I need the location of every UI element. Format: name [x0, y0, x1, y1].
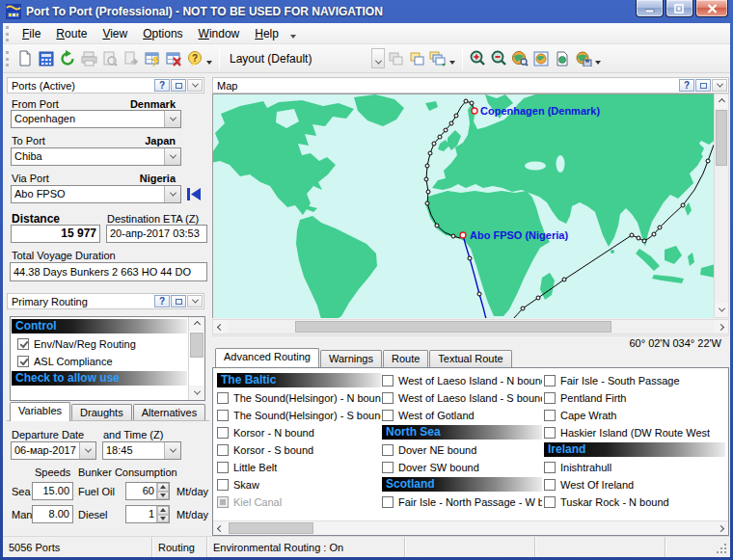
map-collapse-icon[interactable]	[695, 79, 711, 92]
primary-collapse-icon[interactable]	[171, 295, 186, 307]
map-tools-dropdown-icon[interactable]	[595, 61, 601, 65]
checkbox-korsor-n-bound[interactable]	[217, 427, 229, 439]
zoom-in-icon[interactable]	[467, 48, 488, 69]
sea-speed-field[interactable]: 15.00	[32, 482, 73, 500]
restore-button[interactable]	[665, 0, 693, 17]
checkbox-inishtrahull[interactable]	[544, 462, 556, 473]
diesel-up-icon[interactable]	[157, 506, 169, 515]
map-canvas[interactable]: Copenhagen (Denmark) Abo FPSO (Nigeria)	[212, 93, 714, 318]
via-port-dropdown-icon[interactable]	[164, 186, 180, 202]
map-scroll-left-icon[interactable]	[213, 320, 228, 333]
map-help-icon[interactable]: ?	[679, 79, 694, 92]
menubar-grip[interactable]	[6, 26, 11, 41]
map-scroll-down-icon[interactable]	[715, 303, 728, 317]
map-scroll-up-icon[interactable]	[715, 94, 728, 109]
primary-scrollbar[interactable]	[188, 317, 204, 400]
new-route-icon[interactable]	[14, 48, 36, 69]
checkbox-laeso-n-bound[interactable]	[382, 375, 394, 387]
checkbox-sound-n-bound[interactable]	[217, 392, 229, 404]
export-icon[interactable]	[121, 48, 142, 69]
checkbox-tuskar-rock[interactable]	[544, 496, 556, 508]
tab-variables[interactable]: Variables	[10, 402, 70, 421]
primary-help-icon[interactable]: ?	[154, 295, 170, 307]
fit-world-icon[interactable]	[530, 48, 552, 69]
save-map-icon[interactable]	[573, 48, 594, 69]
minimize-button[interactable]	[636, 0, 664, 17]
checkbox-dover-ne-bound[interactable]	[382, 444, 394, 456]
menu-view[interactable]: View	[95, 24, 135, 43]
map-hscroll-thumb[interactable]	[295, 321, 611, 333]
window-group-dropdown-icon[interactable]	[449, 61, 455, 65]
via-port-combobox[interactable]: Abo FPSO	[11, 185, 181, 203]
tab-draughts[interactable]: Draughts	[71, 404, 132, 421]
routing-horizontal-scrollbar[interactable]	[213, 520, 728, 535]
map-document-icon[interactable]	[552, 48, 573, 69]
delete-grid-icon[interactable]	[163, 48, 184, 69]
toolbar-grip[interactable]	[6, 51, 11, 67]
duration-field[interactable]: 44.38 Days Bunkers 2 663 HO 44 DO	[10, 262, 207, 281]
checkbox-haskier-island[interactable]	[544, 427, 556, 439]
eta-field[interactable]: 20-апр-2017 03:53	[106, 225, 207, 243]
checkbox-sound-s-bound[interactable]	[217, 410, 229, 421]
scroll-down-icon[interactable]	[189, 386, 204, 400]
map-horizontal-scrollbar[interactable]	[212, 319, 729, 334]
from-port-dropdown-icon[interactable]	[164, 111, 180, 127]
departure-date-combobox[interactable]: 06-мар-2017	[11, 441, 96, 460]
reset-icon[interactable]	[57, 48, 78, 69]
fuel-oil-up-icon[interactable]	[157, 483, 169, 492]
toolbar-dropdown-icon[interactable]	[206, 61, 212, 65]
tab-warnings[interactable]: Warnings	[320, 350, 382, 367]
fuel-oil-stepper[interactable]: 60	[125, 482, 170, 500]
fuel-oil-down-icon[interactable]	[157, 492, 169, 500]
cascade-windows-icon[interactable]	[427, 48, 448, 69]
checkbox-west-of-ireland[interactable]	[544, 479, 556, 491]
checkbox-dover-sw-bound[interactable]	[382, 462, 394, 473]
menu-file[interactable]: File	[14, 24, 48, 43]
map-vertical-scrollbar[interactable]	[714, 93, 729, 318]
man-speed-field[interactable]: 8.00	[32, 505, 73, 523]
checkbox-korsor-s-bound[interactable]	[217, 444, 229, 456]
via-port-marker[interactable]	[460, 232, 466, 238]
map-vscroll-thumb[interactable]	[716, 110, 727, 166]
print-icon[interactable]	[78, 48, 99, 69]
primary-menu-icon[interactable]	[187, 295, 203, 307]
ports-menu-icon[interactable]	[187, 79, 203, 92]
diesel-down-icon[interactable]	[157, 515, 169, 523]
tab-textual-route[interactable]: Textual Route	[429, 350, 511, 367]
layout-selector-label[interactable]: Layout (Default)	[224, 52, 319, 66]
diesel-stepper[interactable]: 1	[125, 505, 170, 523]
paste-layout-icon[interactable]	[385, 48, 406, 69]
menu-overflow-icon[interactable]	[290, 35, 296, 39]
checkbox-pentland-firth[interactable]	[544, 392, 556, 404]
map-menu-icon[interactable]	[712, 79, 727, 92]
to-port-dropdown-icon[interactable]	[164, 148, 180, 165]
tab-alternatives[interactable]: Alternatives	[133, 404, 205, 421]
zoom-out-icon[interactable]	[488, 48, 509, 69]
checkbox-little-belt[interactable]	[217, 462, 229, 473]
checkbox-cape-wrath[interactable]	[544, 410, 556, 421]
menu-help[interactable]: Help	[247, 24, 286, 43]
checkbox-env-nav-reg[interactable]	[17, 338, 29, 350]
routing-scroll-right-icon[interactable]	[714, 521, 728, 535]
edit-grid-icon[interactable]	[142, 48, 163, 69]
tab-advanced-routing[interactable]: Advanced Routing	[215, 348, 319, 367]
layout-dropdown-button[interactable]	[371, 48, 385, 68]
scroll-up-icon[interactable]	[189, 317, 204, 332]
close-button[interactable]	[695, 0, 728, 17]
distance-field[interactable]: 15 977	[11, 225, 100, 243]
copy-window-icon[interactable]	[406, 48, 427, 69]
map-scroll-right-icon[interactable]	[714, 320, 728, 333]
routing-scroll-left-icon[interactable]	[213, 521, 228, 535]
to-port-combobox[interactable]: Chiba	[11, 147, 181, 166]
departure-time-dropdown-icon[interactable]	[164, 442, 180, 459]
print-preview-icon[interactable]	[99, 48, 121, 69]
checkbox-fair-isle-south-passage[interactable]	[544, 375, 556, 387]
calculate-icon[interactable]	[36, 48, 57, 69]
checkbox-west-of-gotland[interactable]	[382, 410, 394, 421]
checkbox-skaw[interactable]	[217, 479, 229, 491]
checkbox-laeso-s-bound[interactable]	[382, 392, 394, 404]
ports-help-icon[interactable]: ?	[154, 79, 170, 92]
help-icon[interactable]: ?	[184, 48, 205, 69]
routing-hscroll-thumb[interactable]	[229, 522, 313, 534]
from-port-combobox[interactable]: Copenhagen	[11, 110, 181, 128]
